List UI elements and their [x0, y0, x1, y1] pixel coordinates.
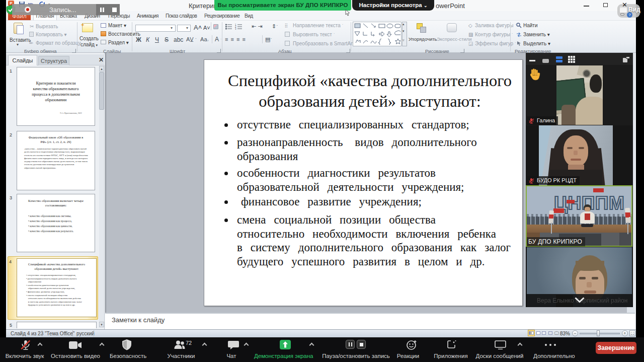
svg-text:3: 3: [235, 28, 236, 30]
